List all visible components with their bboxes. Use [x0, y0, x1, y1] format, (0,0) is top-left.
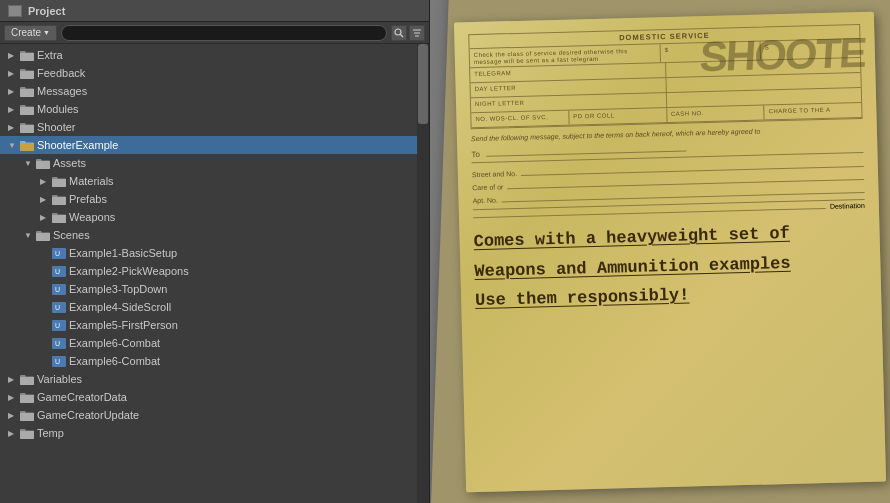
expand-arrow: ▶ [8, 429, 20, 438]
tree-item-example5[interactable]: U Example5-FirstPerson [0, 316, 429, 334]
tree-item-label: Scenes [53, 229, 90, 241]
folder-icon [20, 410, 34, 421]
tree-item-example4[interactable]: U Example4-SideScroll [0, 298, 429, 316]
scene-icon: U [52, 284, 66, 295]
tree-item-label: Messages [37, 85, 87, 97]
scrollbar-thumb[interactable] [418, 44, 428, 124]
folder-icon [36, 230, 50, 241]
tree-item-example1[interactable]: U Example1-BasicSetup [0, 244, 429, 262]
search-icons [391, 25, 425, 41]
folder-icon [52, 194, 66, 205]
tree-item-label: Example6-Combat [69, 337, 160, 349]
tree-item-prefabs[interactable]: ▶ Prefabs [0, 190, 429, 208]
tree-item-messages[interactable]: ▶ Messages [0, 82, 429, 100]
tree-item-label: ShooterExample [37, 139, 118, 151]
folder-icon [52, 176, 66, 187]
tree-item-modules[interactable]: ▶ Modules [0, 100, 429, 118]
tree-item-scenes[interactable]: ▼ Scenes [0, 226, 429, 244]
collapse-arrow: ▼ [24, 231, 36, 240]
search-input[interactable] [61, 25, 387, 41]
folder-icon [52, 212, 66, 223]
svg-text:U: U [55, 268, 60, 275]
search-icon[interactable] [391, 25, 407, 41]
svg-text:U: U [55, 358, 60, 365]
tree-item-example3[interactable]: U Example3-TopDown [0, 280, 429, 298]
expand-arrow: ▶ [8, 69, 20, 78]
scene-icon: U [52, 266, 66, 277]
tree-item-label: Assets [53, 157, 86, 169]
message-line-1: Comes with a heavyweight set of [473, 218, 866, 254]
panel-icon [8, 5, 22, 17]
svg-text:U: U [55, 250, 60, 257]
expand-arrow: ▶ [8, 375, 20, 384]
tree-item-label: Shooter [37, 121, 76, 133]
tree-item-label: GameCreatorUpdate [37, 409, 139, 421]
tree-item-variables[interactable]: ▶ Variables [0, 370, 429, 388]
create-button[interactable]: Create ▼ [4, 25, 57, 41]
expand-arrow: ▶ [40, 213, 52, 222]
tree-item-label: Temp [37, 427, 64, 439]
tree-item-gamecreatorupdate[interactable]: ▶ GameCreatorUpdate [0, 406, 429, 424]
tree-item-shooterexample[interactable]: ▼ ShooterExample [0, 136, 429, 154]
expand-arrow: ▶ [8, 105, 20, 114]
scene-icon: U [52, 302, 66, 313]
expand-arrow: ▶ [8, 87, 20, 96]
tree-item-label: Example5-FirstPerson [69, 319, 178, 331]
filter-icon[interactable] [409, 25, 425, 41]
main-message: Comes with a heavyweight set of Weapons … [473, 218, 867, 313]
svg-point-2 [395, 29, 401, 35]
tree-item-label: Materials [69, 175, 114, 187]
tree-item-materials[interactable]: ▶ Materials [0, 172, 429, 190]
folder-icon [20, 68, 34, 79]
folder-icon [20, 428, 34, 439]
address-section: Street and No. Care of or Apt. No. [472, 156, 865, 209]
no-wds-cell: NO. WDS-CL. OF SVC. [471, 110, 569, 127]
folder-icon [20, 374, 34, 385]
project-panel: Project Create ▼ [0, 0, 430, 503]
tree-item-label: Extra [37, 49, 63, 61]
charge-cell: CHARGE TO THE A [764, 102, 861, 119]
toolbar: Create ▼ [0, 22, 429, 44]
tree-item-example6b[interactable]: U Example6-Combat [0, 352, 429, 370]
folder-icon [20, 50, 34, 61]
tree-item-label: Example3-TopDown [69, 283, 167, 295]
message-line-2: Weapons and Ammunition examples [474, 248, 867, 284]
tree-item-example2[interactable]: U Example2-PickWeapons [0, 262, 429, 280]
collapse-arrow: ▼ [8, 141, 20, 150]
pd-coll-cell: PD OR COLL [569, 108, 667, 125]
folder-icon [20, 104, 34, 115]
scene-icon: U [52, 320, 66, 331]
expand-arrow: ▶ [8, 411, 20, 420]
expand-arrow: ▶ [40, 195, 52, 204]
tree-item-example6a[interactable]: U Example6-Combat [0, 334, 429, 352]
folder-icon [20, 86, 34, 97]
tree-item-extra[interactable]: ▶ Extra [0, 46, 429, 64]
folder-icon [20, 392, 34, 403]
svg-text:U: U [55, 340, 60, 347]
tree-item-label: Feedback [37, 67, 85, 79]
expand-arrow: ▶ [8, 123, 20, 132]
tree-item-gamecreatordata[interactable]: ▶ GameCreatorData [0, 388, 429, 406]
tree-item-weapons[interactable]: ▶ Weapons [0, 208, 429, 226]
telegram-document: DOMESTIC SERVICE Check the class of serv… [454, 11, 886, 492]
tree-item-temp[interactable]: ▶ Temp [0, 424, 429, 442]
panel-title-bar: Project [0, 0, 429, 22]
folder-icon [36, 158, 50, 169]
collapse-arrow: ▼ [24, 159, 36, 168]
file-tree: ▶ Extra ▶ Feedback ▶ Messages ▶ Modules … [0, 44, 429, 503]
doc-panel: DOMESTIC SERVICE Check the class of serv… [430, 0, 890, 503]
tree-item-label: Example1-BasicSetup [69, 247, 177, 259]
tree-item-label: GameCreatorData [37, 391, 127, 403]
tree-item-label: Prefabs [69, 193, 107, 205]
tree-item-label: Modules [37, 103, 79, 115]
tree-item-assets[interactable]: ▼ Assets [0, 154, 429, 172]
scrollbar[interactable] [417, 44, 429, 503]
scene-icon: U [52, 338, 66, 349]
tree-item-feedback[interactable]: ▶ Feedback [0, 64, 429, 82]
tree-item-label: Example2-PickWeapons [69, 265, 189, 277]
svg-line-3 [401, 34, 404, 37]
tree-item-shooter[interactable]: ▶ Shooter [0, 118, 429, 136]
folder-icon [20, 122, 34, 133]
tree-item-label: Variables [37, 373, 82, 385]
svg-rect-1 [9, 6, 21, 16]
